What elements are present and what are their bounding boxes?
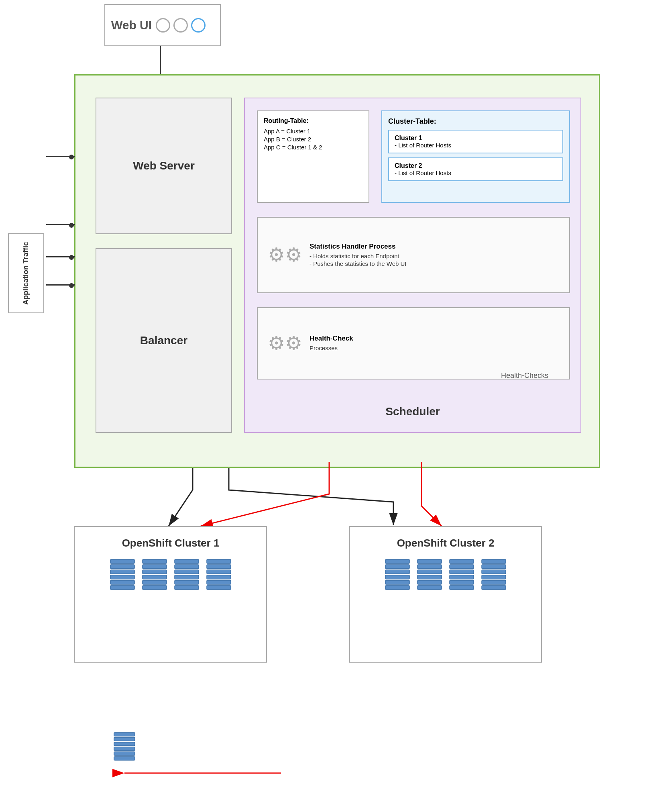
svg-rect-16 (175, 565, 199, 569)
server-icon-2 (141, 557, 169, 592)
stats-line-2: - Pushes the statistics to the Web UI (310, 260, 407, 267)
cluster2-servers (383, 557, 508, 592)
svg-rect-21 (207, 559, 231, 563)
svg-rect-30 (385, 575, 409, 579)
cluster-table-area: Cluster-Table: Cluster 1 - List of Route… (381, 110, 570, 203)
svg-rect-35 (417, 570, 442, 574)
cluster2-name: Cluster 2 (395, 162, 557, 169)
cluster1-entry: Cluster 1 - List of Router Hosts (388, 130, 563, 153)
svg-rect-7 (110, 580, 134, 584)
svg-rect-4 (110, 565, 134, 569)
svg-rect-48 (482, 575, 506, 579)
web-server-box: Web Server (96, 98, 232, 234)
cluster1-sub: - List of Router Hosts (395, 142, 557, 149)
svg-rect-50 (482, 586, 506, 590)
svg-rect-42 (450, 575, 474, 579)
svg-rect-28 (385, 565, 409, 569)
stats-line-1: - Holds statistic for each Endpoint (310, 253, 407, 259)
health-text: Health-Check Processes (310, 335, 353, 352)
circle-1 (156, 18, 170, 33)
svg-rect-23 (207, 570, 231, 574)
dot-2 (69, 223, 74, 228)
svg-rect-25 (207, 580, 231, 584)
cluster2-label: OpenShift Cluster 2 (397, 537, 495, 549)
svg-rect-41 (450, 570, 474, 574)
server-icon-5 (383, 557, 411, 592)
svg-rect-47 (482, 570, 506, 574)
openshift-cluster2-box: OpenShift Cluster 2 (349, 526, 542, 663)
stats-box: ⚙⚙ Statistics Handler Process - Holds st… (257, 217, 570, 293)
svg-rect-55 (114, 752, 135, 755)
stats-gear-icon: ⚙⚙ (268, 245, 302, 265)
server-icon-8 (480, 557, 508, 592)
svg-rect-5 (110, 570, 134, 574)
svg-rect-6 (110, 575, 134, 579)
svg-rect-34 (417, 565, 442, 569)
svg-rect-3 (110, 559, 134, 563)
line-3 (46, 256, 75, 257)
health-title: Health-Check (310, 335, 353, 343)
routing-row-2: App B = Cluster 2 (264, 136, 362, 143)
svg-rect-56 (114, 757, 135, 760)
svg-rect-53 (114, 742, 135, 746)
web-ui-box: Web UI (104, 4, 221, 46)
svg-rect-49 (482, 580, 506, 584)
dot-3 (69, 255, 74, 260)
web-server-label: Web Server (133, 159, 195, 172)
svg-rect-26 (207, 586, 231, 590)
svg-rect-11 (143, 570, 167, 574)
server-icon-1 (108, 557, 136, 592)
cluster1-label: OpenShift Cluster 1 (122, 537, 220, 549)
cluster1-name: Cluster 1 (395, 135, 557, 142)
routing-row-3: App C = Cluster 1 & 2 (264, 144, 362, 151)
cluster2-entry: Cluster 2 - List of Router Hosts (388, 157, 563, 181)
svg-rect-13 (143, 580, 167, 584)
svg-rect-45 (482, 559, 506, 563)
app-traffic-label: Application Traffic (22, 241, 31, 304)
svg-rect-39 (450, 559, 474, 563)
svg-rect-17 (175, 570, 199, 574)
cluster-table-title: Cluster-Table: (388, 117, 563, 126)
scheduler-label: Scheduler (245, 405, 580, 418)
circle-3 (191, 18, 206, 33)
app-traffic-box: Application Traffic (8, 233, 44, 313)
svg-rect-54 (114, 747, 135, 751)
routing-table-title: Routing-Table: (264, 117, 362, 124)
svg-rect-27 (385, 559, 409, 563)
svg-rect-33 (417, 559, 442, 563)
svg-rect-29 (385, 570, 409, 574)
svg-rect-40 (450, 565, 474, 569)
svg-rect-8 (110, 586, 134, 590)
svg-rect-52 (114, 737, 135, 741)
svg-rect-18 (175, 575, 199, 579)
server-icon-3 (173, 557, 201, 592)
balancer-label: Balancer (140, 334, 187, 347)
svg-rect-20 (175, 586, 199, 590)
svg-rect-37 (417, 580, 442, 584)
svg-rect-24 (207, 575, 231, 579)
health-check-box: ⚙⚙ Health-Check Processes (257, 307, 570, 380)
cluster2-sub: - List of Router Hosts (395, 169, 557, 176)
dot-1 (69, 155, 74, 159)
svg-rect-10 (143, 565, 167, 569)
line-2 (46, 224, 75, 225)
svg-rect-14 (143, 586, 167, 590)
circle-2 (173, 18, 188, 33)
svg-rect-15 (175, 559, 199, 563)
web-ui-label: Web UI (111, 18, 152, 32)
svg-rect-12 (143, 575, 167, 579)
openshift-cluster1-box: OpenShift Cluster 1 (74, 526, 267, 663)
svg-rect-32 (385, 586, 409, 590)
line-1 (46, 156, 75, 157)
svg-rect-44 (450, 586, 474, 590)
routing-row-1: App A = Cluster 1 (264, 128, 362, 135)
server-icon-4 (205, 557, 233, 592)
health-gear-icon: ⚙⚙ (268, 334, 302, 353)
svg-rect-43 (450, 580, 474, 584)
health-sub: Processes (310, 345, 353, 351)
cluster1-servers (108, 557, 233, 592)
dot-4 (69, 283, 74, 288)
stats-text: Statistics Handler Process - Holds stati… (310, 243, 407, 268)
outer-green-container: Web Server Balancer Routing-Table: App A… (74, 74, 600, 468)
server-icon-7 (448, 557, 476, 592)
